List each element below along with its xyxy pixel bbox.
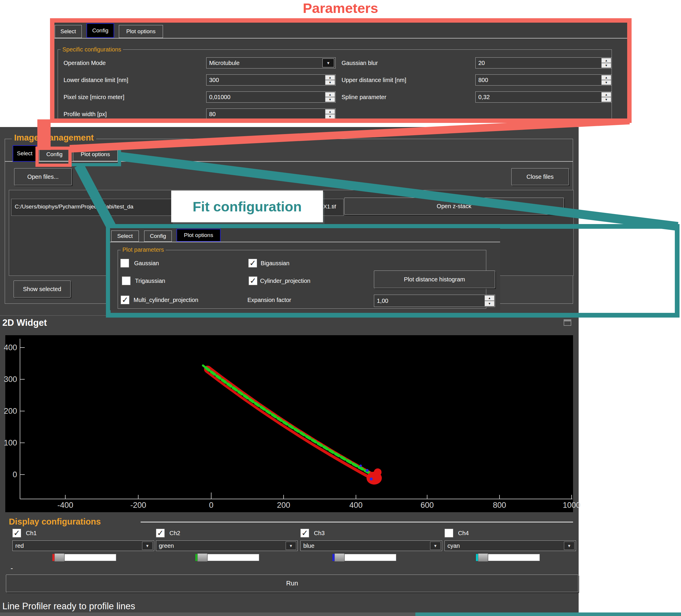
gaussian-blur-spinbox[interactable]: 20 ▲ ▼: [475, 57, 612, 69]
ch3-slider-handle[interactable]: [334, 554, 345, 562]
specific-configurations-title: Specific configurations: [60, 46, 123, 53]
spin-up-icon[interactable]: ▲: [484, 295, 495, 301]
spin-down-icon[interactable]: ▼: [484, 301, 495, 306]
spin-down-icon[interactable]: ▼: [325, 97, 335, 102]
spin-down-icon[interactable]: ▼: [601, 80, 611, 85]
microtubule-plot-image: [5, 335, 573, 512]
close-files-button[interactable]: Close files: [511, 168, 569, 185]
spin-down-icon[interactable]: ▼: [601, 97, 611, 102]
bigaussian-checkbox[interactable]: [248, 259, 257, 267]
spin-up-icon[interactable]: ▲: [601, 58, 611, 63]
ch4-color-combo[interactable]: cyan ▼: [445, 540, 576, 551]
spin-up-icon[interactable]: ▲: [325, 109, 335, 114]
y-tick-label: 0: [2, 470, 17, 479]
multi-cylinder-projection-checkbox[interactable]: [121, 296, 129, 304]
ch1-slider-track[interactable]: [65, 554, 116, 561]
ch4-label: Ch4: [458, 530, 469, 537]
spin-up-icon[interactable]: ▲: [325, 75, 335, 80]
ch1-checkbox[interactable]: [12, 529, 21, 538]
tab-params-plot-options[interactable]: Plot options: [119, 25, 163, 38]
open-zstack-button[interactable]: Open z-stack: [344, 198, 564, 215]
spinner[interactable]: ▲ ▼: [601, 75, 611, 85]
show-selected-button[interactable]: Show selected: [14, 281, 71, 298]
spinner[interactable]: ▲ ▼: [325, 109, 335, 119]
x-tick-label: 200: [266, 501, 301, 510]
spinner[interactable]: ▲ ▼: [325, 92, 335, 102]
parameters-panel: Select Config Plot options Specific conf…: [50, 18, 632, 123]
upper-distance-limit-spinbox[interactable]: 800 ▲ ▼: [475, 74, 612, 85]
plot-distance-histogram-button[interactable]: Plot distance histogram: [374, 271, 495, 288]
gaussian-blur-value: 20: [478, 60, 485, 67]
spin-down-icon[interactable]: ▼: [325, 80, 335, 85]
ch4-level-slider[interactable]: [476, 554, 540, 562]
ch3-level-slider[interactable]: [332, 554, 396, 562]
y-tick-label: 300: [2, 375, 17, 384]
ch2-level-slider[interactable]: [195, 554, 259, 562]
run-button[interactable]: Run: [6, 574, 578, 592]
spin-up-icon[interactable]: ▲: [601, 92, 611, 97]
profile-width-label: Profile width [px]: [64, 108, 107, 120]
ch3-checkbox[interactable]: [300, 529, 309, 538]
ch4-slider-handle[interactable]: [478, 554, 488, 562]
chevron-down-icon[interactable]: ▼: [322, 58, 334, 67]
cylinder-projection-checkbox[interactable]: [249, 276, 257, 285]
spin-down-icon[interactable]: ▼: [601, 63, 611, 68]
bigaussian-label: Bigaussian: [261, 260, 289, 267]
y-tick-label: 100: [2, 438, 17, 447]
operation-mode-combo[interactable]: Microtubule ▼: [206, 57, 336, 69]
spline-parameter-spinbox[interactable]: 0,32 ▲ ▼: [475, 92, 612, 103]
x-tick-label: -400: [48, 501, 83, 510]
tab-im-plot-options[interactable]: Plot options: [73, 148, 118, 161]
expansion-factor-spinbox[interactable]: 1,00 ▲ ▼: [374, 294, 495, 307]
display-config-title: Display configurations: [9, 517, 101, 527]
chevron-down-icon[interactable]: ▼: [286, 542, 296, 550]
ch1-level-slider[interactable]: [52, 554, 116, 562]
profile-width-value: 80: [209, 111, 216, 118]
lower-distance-limit-spinbox[interactable]: 300 ▲ ▼: [206, 74, 336, 85]
ch1-color-combo[interactable]: red ▼: [12, 540, 154, 551]
open-files-button[interactable]: Open files...: [14, 168, 72, 185]
spin-up-icon[interactable]: ▲: [325, 92, 335, 97]
minus-label: -: [10, 564, 13, 572]
spinner[interactable]: ▲ ▼: [601, 92, 611, 102]
plot-area[interactable]: [5, 335, 573, 512]
trigaussian-checkbox[interactable]: [122, 276, 131, 285]
ch4-checkbox[interactable]: [445, 529, 453, 538]
spin-down-icon[interactable]: ▼: [325, 114, 335, 119]
spinner[interactable]: ▲ ▼: [601, 58, 611, 68]
display-config-title-rule: [141, 522, 573, 522]
ch2-combo-value: green: [159, 542, 174, 549]
ch2-checkbox[interactable]: [156, 529, 165, 538]
ch4-slider-track[interactable]: [488, 554, 540, 561]
ch2-slider-track[interactable]: [207, 554, 259, 561]
ch1-slider-handle[interactable]: [54, 554, 65, 562]
status-bar-text: Line Profiler ready to profile lines: [2, 601, 135, 612]
chevron-down-icon[interactable]: ▼: [564, 542, 575, 550]
tab-fit-plot-options[interactable]: Plot options: [177, 229, 221, 242]
tab-params-config[interactable]: Config: [86, 23, 114, 38]
profile-width-spinbox[interactable]: 80 ▲ ▼: [206, 108, 336, 120]
pixel-size-value: 0,01000: [209, 94, 230, 101]
spinner[interactable]: ▲ ▼: [325, 75, 335, 85]
operation-mode-label: Operation Mode: [64, 57, 106, 69]
gaussian-checkbox[interactable]: [120, 259, 129, 267]
ch3-color-combo[interactable]: blue ▼: [300, 540, 442, 551]
tab-fit-select[interactable]: Select: [111, 231, 139, 242]
ch2-color-combo[interactable]: green ▼: [156, 540, 298, 551]
lower-distance-limit-label: Lower distance limit [nm]: [64, 74, 128, 85]
tab-params-select[interactable]: Select: [55, 25, 82, 38]
ch4-slider-color: [476, 554, 478, 561]
x-tick-label: 1000: [554, 501, 589, 510]
tab-fit-config[interactable]: Config: [144, 231, 172, 242]
spinner[interactable]: ▲ ▼: [484, 295, 495, 306]
chevron-down-icon[interactable]: ▼: [142, 542, 153, 550]
ch3-slider-track[interactable]: [345, 554, 396, 561]
gaussian-label: Gaussian: [134, 260, 159, 267]
pixel-size-spinbox[interactable]: 0,01000 ▲ ▼: [206, 92, 336, 103]
chevron-down-icon[interactable]: ▼: [430, 542, 441, 550]
tab-im-config[interactable]: Config: [39, 148, 70, 161]
popout-icon[interactable]: [564, 319, 571, 326]
spin-up-icon[interactable]: ▲: [601, 75, 611, 80]
tab-im-select[interactable]: Select: [12, 145, 37, 162]
ch2-slider-handle[interactable]: [197, 554, 207, 562]
